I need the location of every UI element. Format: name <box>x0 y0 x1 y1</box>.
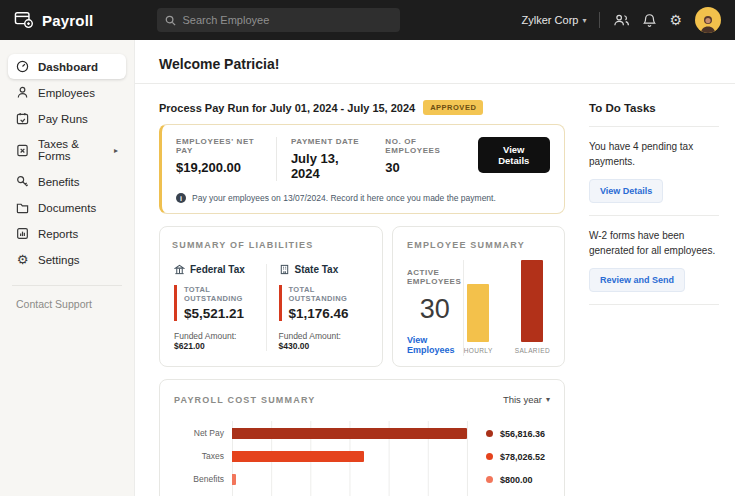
cost-summary-title: PAYROLL COST SUMMARY <box>174 395 316 405</box>
employee-search[interactable] <box>157 8 400 32</box>
topbar: Payroll Zylker Corp ▾ <box>0 0 735 40</box>
sidebar-item-employees[interactable]: Employees <box>8 80 126 105</box>
net-pay-value: $19,200.00 <box>176 160 262 175</box>
sidebar-item-label: Employees <box>38 87 95 99</box>
category-label: Taxes <box>174 444 232 467</box>
todo-task-text: W-2 forms have been generated for all em… <box>589 228 719 258</box>
outstanding-value: $5,521.21 <box>184 306 266 321</box>
legend-value: $800.00 <box>500 475 533 485</box>
sidebar-item-documents[interactable]: Documents <box>8 195 126 220</box>
cost-bar-chart: Net Pay Taxes Benefits Deductions <box>174 421 550 496</box>
payment-date-stat: PAYMENT DATE July 13, 2024 <box>291 137 385 181</box>
payment-date-value: July 13, 2024 <box>291 151 361 181</box>
employees-icon <box>16 86 29 99</box>
chevron-down-icon: ▾ <box>582 16 586 25</box>
bell-icon[interactable] <box>643 13 656 28</box>
todo-panel: To Do Tasks You have 4 pending tax payme… <box>589 100 719 496</box>
legend-value: $56,816.36 <box>500 429 545 439</box>
salaried-bar <box>521 260 543 342</box>
reports-icon <box>16 227 29 240</box>
documents-icon <box>16 201 29 214</box>
app-logo: Payroll <box>14 11 93 29</box>
submenu-arrow-icon: ▸ <box>114 146 118 155</box>
header-divider <box>135 83 735 84</box>
chart-plot-area <box>232 421 468 496</box>
sidebar-item-dashboard[interactable]: Dashboard <box>8 54 126 79</box>
payment-date-label: PAYMENT DATE <box>291 137 361 146</box>
state-tax-block: State Tax TOTAL OUTSTANDING $1,176.46 Fu… <box>266 264 371 351</box>
todo-task: W-2 forms have been generated for all em… <box>589 228 719 292</box>
sidebar-item-settings[interactable]: ⚙ Settings <box>8 247 126 272</box>
topbar-separator <box>599 12 600 28</box>
period-filter[interactable]: This year ▾ <box>503 394 550 405</box>
view-details-button[interactable]: View Details <box>478 137 551 173</box>
salaried-label: SALARIED <box>515 347 550 354</box>
search-icon <box>165 15 176 26</box>
sidebar-item-reports[interactable]: Reports <box>8 221 126 246</box>
benefits-icon <box>16 175 29 188</box>
active-employees-label: ACTIVE EMPLOYEES <box>407 268 463 286</box>
todo-task-text: You have 4 pending tax payments. <box>589 139 719 169</box>
info-icon: i <box>176 193 186 203</box>
todo-view-details-button[interactable]: View Details <box>589 179 663 203</box>
sidebar-item-label: Pay Runs <box>38 113 88 125</box>
outstanding-label: TOTAL OUTSTANDING <box>289 285 371 303</box>
sidebar-item-label: Reports <box>38 228 78 240</box>
page-title: Welcome Patricia! <box>159 56 719 72</box>
category-label: Net Pay <box>174 421 232 444</box>
payrun-card: EMPLOYEES' NET PAY $19,200.00 PAYMENT DA… <box>159 124 565 214</box>
employee-count-label: NO. OF EMPLOYEES <box>385 137 463 155</box>
sidebar-item-taxes-forms[interactable]: Taxes & Forms ▸ <box>8 132 126 168</box>
settings-icon: ⚙ <box>16 253 29 266</box>
outstanding-value: $1,176.46 <box>289 306 371 321</box>
employee-type-chart: HOURLY SALARIED <box>464 260 550 356</box>
category-label: Benefits <box>174 467 232 490</box>
search-input[interactable] <box>182 14 392 26</box>
sidebar-item-label: Settings <box>38 254 80 266</box>
hourly-label: HOURLY <box>464 347 493 354</box>
tax-name: State Tax <box>295 264 339 275</box>
sidebar-item-label: Taxes & Forms <box>38 138 105 162</box>
employee-count-value: 30 <box>385 160 463 175</box>
sidebar-item-benefits[interactable]: Benefits <box>8 169 126 194</box>
sidebar-item-label: Documents <box>38 202 96 214</box>
todo-divider <box>589 215 719 216</box>
net-pay-stat: EMPLOYEES' NET PAY $19,200.00 <box>176 137 276 175</box>
chevron-down-icon: ▾ <box>546 395 550 404</box>
funded-amount: Funded Amount: $621.00 <box>174 331 266 351</box>
app-title: Payroll <box>42 12 93 29</box>
active-employees-count: 30 <box>420 294 450 325</box>
legend-dot <box>486 476 493 483</box>
outstanding-label: TOTAL OUTSTANDING <box>184 285 266 303</box>
sidebar-item-label: Benefits <box>38 176 80 188</box>
net-pay-label: EMPLOYEES' NET PAY <box>176 137 262 155</box>
net-pay-bar <box>232 428 467 439</box>
federal-tax-block: Federal Tax TOTAL OUTSTANDING $5,521.21 … <box>172 264 266 351</box>
todo-divider <box>589 126 719 127</box>
liabilities-title: SUMMARY OF LIABILITIES <box>172 240 370 250</box>
payruns-icon <box>16 112 29 125</box>
employee-summary-title: EMPLOYEE SUMMARY <box>407 240 550 250</box>
bank-icon <box>174 264 185 275</box>
taxes-icon <box>16 144 29 157</box>
liabilities-card: SUMMARY OF LIABILITIES <box>159 226 383 367</box>
gear-icon[interactable]: ⚙ <box>669 13 682 27</box>
payrun-title: Process Pay Run for July 01, 2024 - July… <box>159 102 415 114</box>
building-icon <box>279 264 290 275</box>
payroll-cost-summary-card: PAYROLL COST SUMMARY This year ▾ Net Pay… <box>159 379 565 496</box>
view-employees-link[interactable]: View Employees <box>407 335 463 355</box>
todo-review-send-button[interactable]: Review and Send <box>589 268 685 292</box>
avatar[interactable] <box>695 7 721 33</box>
todo-title: To Do Tasks <box>589 102 719 114</box>
sidebar-item-pay-runs[interactable]: Pay Runs <box>8 106 126 131</box>
contact-support-link[interactable]: Contact Support <box>8 286 126 322</box>
funded-amount: Funded Amount: $430.00 <box>279 331 371 351</box>
todo-divider <box>589 304 719 305</box>
payroll-logo-icon <box>14 11 34 29</box>
employee-summary-card: EMPLOYEE SUMMARY ACTIVE EMPLOYEES 30 Vie… <box>392 226 565 367</box>
main-content: Welcome Patricia! Process Pay Run for Ju… <box>135 40 735 496</box>
users-icon[interactable] <box>613 13 630 27</box>
chart-legend: $56,816.36 $78,026.52 $800.00 <box>468 421 550 496</box>
employee-count-stat: NO. OF EMPLOYEES 30 <box>385 137 477 175</box>
org-switcher[interactable]: Zylker Corp ▾ <box>522 14 587 26</box>
